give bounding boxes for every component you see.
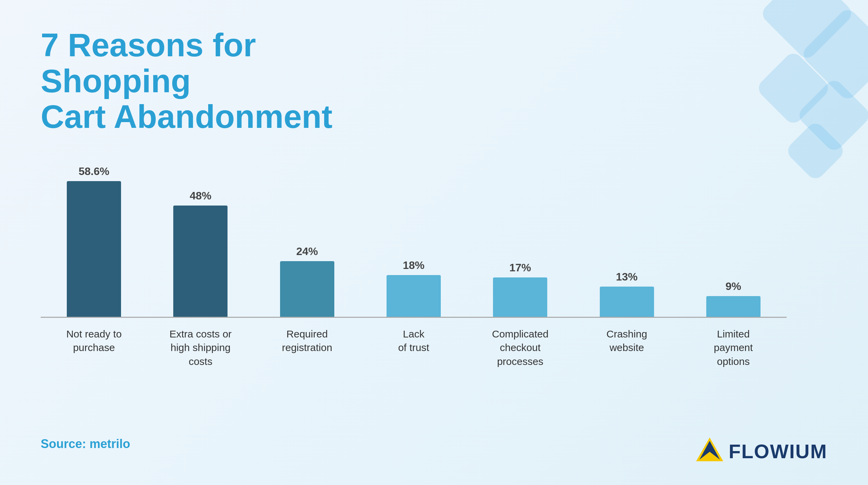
logo-text: FLOWIUM — [729, 440, 827, 463]
title-line2: Cart Abandonment — [41, 98, 332, 135]
bar-value-crashing-website: 13% — [616, 271, 638, 283]
bar-rect-crashing-website — [600, 287, 654, 317]
bar-label-crashing-website: Crashingwebsite — [573, 318, 680, 379]
bar-value-not-ready: 58.6% — [79, 165, 110, 178]
logo-svg — [696, 438, 723, 465]
bar-rect-not-ready — [67, 181, 121, 317]
bar-value-lack-of-trust: 18% — [403, 259, 425, 272]
bar-group-required-registration: 24% — [254, 245, 360, 317]
bar-value-complicated-checkout: 17% — [509, 261, 531, 274]
bar-rect-required-registration — [280, 261, 334, 317]
labels-area: Not ready topurchaseExtra costs orhigh s… — [41, 318, 787, 379]
bar-value-limited-payment: 9% — [726, 280, 741, 293]
bar-group-limited-payment: 9% — [680, 280, 787, 317]
bar-rect-complicated-checkout — [493, 277, 547, 317]
bar-rect-lack-of-trust — [387, 275, 441, 317]
bar-group-not-ready: 58.6% — [41, 165, 147, 317]
bar-label-limited-payment: Limitedpaymentoptions — [680, 318, 787, 379]
bar-value-required-registration: 24% — [296, 245, 318, 258]
bar-group-complicated-checkout: 17% — [467, 261, 573, 317]
title-line1: 7 Reasons for Shopping — [41, 27, 256, 99]
bar-rect-limited-payment — [706, 296, 761, 317]
bar-label-extra-costs: Extra costs orhigh shippingcosts — [147, 318, 254, 379]
bar-group-extra-costs: 48% — [147, 190, 254, 317]
bars-area: 58.6%48%24%18%17%13%9% — [41, 162, 787, 318]
bar-label-required-registration: Requiredregistration — [254, 318, 360, 379]
bar-label-lack-of-trust: Lackof trust — [360, 318, 467, 379]
bar-value-extra-costs: 48% — [190, 190, 211, 202]
page-title: 7 Reasons for Shopping Cart Abandonment — [41, 27, 346, 135]
bar-chart: 58.6%48%24%18%17%13%9% Not ready topurch… — [41, 162, 787, 352]
logo-icon — [696, 438, 723, 465]
flowium-logo: FLOWIUM — [696, 438, 827, 465]
bar-label-complicated-checkout: Complicatedcheckoutprocesses — [467, 318, 573, 379]
source-label: Source: metrilo — [41, 437, 130, 451]
bar-group-crashing-website: 13% — [573, 271, 680, 317]
bar-rect-extra-costs — [173, 206, 228, 317]
bar-label-not-ready: Not ready topurchase — [41, 318, 147, 379]
bar-group-lack-of-trust: 18% — [360, 259, 467, 317]
